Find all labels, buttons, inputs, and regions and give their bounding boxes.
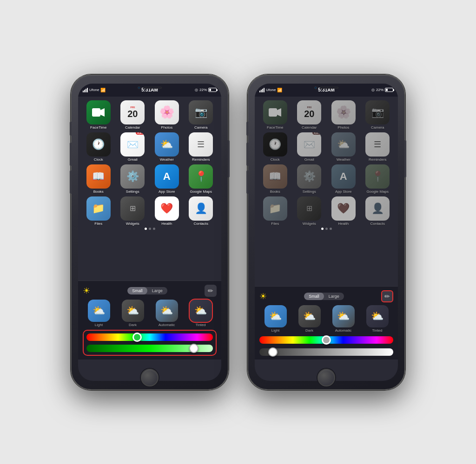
brightness-thumb-right[interactable] xyxy=(268,347,278,357)
app-reminders-r[interactable]: ☰ Reminders xyxy=(362,132,394,162)
app-more1[interactable]: ⊞ Widgets xyxy=(117,196,149,226)
brightness-thumb-left[interactable] xyxy=(189,344,198,353)
home-button-right[interactable] xyxy=(317,369,335,386)
eyedropper-btn-left[interactable]: ✏ xyxy=(205,285,217,297)
size-small-btn-right[interactable]: Small xyxy=(304,293,324,300)
clock-label-r: Clock xyxy=(271,157,280,162)
app-files[interactable]: 📁 Files xyxy=(83,196,114,226)
app-contacts-r[interactable]: 👤 Contacts xyxy=(362,196,394,226)
appstore-label: App Store xyxy=(159,190,175,194)
top-bar-right xyxy=(314,86,338,89)
app-weather-r[interactable]: ⛅ Weather xyxy=(328,132,359,162)
size-large-btn-right[interactable]: Large xyxy=(324,293,344,300)
app-clock[interactable]: 🕐 Clock xyxy=(83,132,114,162)
volume-down-button-right[interactable] xyxy=(246,170,248,194)
app-appstore-r[interactable]: A App Store xyxy=(328,164,359,194)
app-calendar[interactable]: FRI 20 Calendar xyxy=(117,100,149,130)
style-dark-icon-left: ⛅ xyxy=(122,300,144,322)
app-health-r[interactable]: ❤️ Health xyxy=(328,196,359,226)
photos-label-r: Photos xyxy=(337,125,349,130)
weather-icon: ⛅ xyxy=(155,132,179,157)
left-phone: Ufone 📶 5:31AM ◎ 22% xyxy=(71,74,229,390)
style-auto-left[interactable]: ⛅ Automatic xyxy=(151,300,183,327)
app-facetime[interactable]: FaceTime xyxy=(83,100,114,130)
app-maps-r[interactable]: 📍 Google Maps xyxy=(362,164,394,194)
style-tinted-left[interactable]: ⛅ Tinted xyxy=(185,300,217,327)
size-toggle-left[interactable]: Small Large xyxy=(127,287,167,294)
app-settings-r[interactable]: ⚙️ Settings xyxy=(294,164,325,194)
app-photos-r[interactable]: 🌸 Photos xyxy=(328,100,359,130)
hue-track-left[interactable] xyxy=(86,333,213,341)
home-button-left[interactable] xyxy=(141,369,159,386)
app-photos[interactable]: 🌸 Photos xyxy=(151,100,183,130)
style-light-left[interactable]: ⛅ Light xyxy=(83,300,115,327)
reminders-label-r: Reminders xyxy=(369,157,387,162)
style-auto-right[interactable]: ⛅ Automatic xyxy=(327,305,359,333)
app-contacts[interactable]: 👤 Contacts xyxy=(185,196,217,226)
app-files-r[interactable]: 📁 Files xyxy=(259,196,291,226)
app-appstore[interactable]: A App Store xyxy=(151,164,183,194)
speaker-right xyxy=(320,87,338,89)
size-small-btn-left[interactable]: Small xyxy=(127,287,147,294)
app-clock-r[interactable]: 🕐 Clock xyxy=(259,132,291,162)
settings-label-r: Settings xyxy=(303,190,316,194)
gmail-icon: ✉️ 3,272 xyxy=(120,132,145,157)
size-large-btn-left[interactable]: Large xyxy=(147,287,167,294)
app-settings[interactable]: ⚙️ Settings xyxy=(117,164,149,194)
volume-up-button-right[interactable] xyxy=(246,143,248,166)
app-reminders[interactable]: ☰ Reminders xyxy=(185,132,217,162)
page-dot-3-r xyxy=(330,228,332,230)
brightness-track-right[interactable] xyxy=(259,348,393,356)
settings-icon-r: ⚙️ xyxy=(297,164,321,189)
app-facetime-r[interactable]: FaceTime xyxy=(259,100,291,130)
volume-down-button[interactable] xyxy=(70,170,72,194)
hue-thumb-left[interactable] xyxy=(132,333,142,342)
style-dark-right[interactable]: ⛅ Dark xyxy=(293,305,325,333)
eyedropper-btn-right[interactable]: ✏ xyxy=(381,290,393,302)
style-tinted-right[interactable]: ⛅ Tinted xyxy=(361,305,393,333)
app-gmail[interactable]: ✉️ 3,272 Gmail xyxy=(117,132,149,162)
app-camera[interactable]: 📷 Camera xyxy=(185,100,217,130)
style-dark-left[interactable]: ⛅ Dark xyxy=(117,300,149,327)
app-calendar-r[interactable]: FRI 20 Calendar xyxy=(294,100,325,130)
hue-track-right[interactable] xyxy=(259,336,393,344)
photos-label: Photos xyxy=(161,125,172,130)
right-phone: Ufone 📶 5:31AM ◎ 22% xyxy=(247,74,405,390)
files-label: Files xyxy=(94,222,102,226)
app-more1-r[interactable]: ⊞ Widgets xyxy=(294,196,325,226)
settings-icon: ⚙️ xyxy=(120,164,145,189)
brightness-track-left[interactable] xyxy=(86,345,213,352)
camera-icon: 📷 xyxy=(189,100,213,124)
style-light-right[interactable]: ⛅ Light xyxy=(259,305,291,333)
hue-thumb-right[interactable] xyxy=(322,335,331,345)
sun-icon-right: ☀ xyxy=(259,291,267,301)
app-health[interactable]: ❤️ Health xyxy=(151,196,183,226)
power-button[interactable] xyxy=(228,140,230,177)
reminders-icon: ☰ xyxy=(189,132,213,157)
size-toggle-right[interactable]: Small Large xyxy=(304,293,344,300)
style-tinted-icon-right: ⛅ xyxy=(366,305,389,327)
settings-label: Settings xyxy=(126,190,139,194)
volume-up-button[interactable] xyxy=(70,143,72,166)
app-camera-r[interactable]: 📷 Camera xyxy=(362,100,394,130)
files-label-r: Files xyxy=(271,222,279,226)
power-button-right[interactable] xyxy=(404,140,406,177)
gmail-badge: 3,272 xyxy=(136,132,145,135)
app-gmail-r[interactable]: ✉️ 3,272 Gmail xyxy=(294,132,325,162)
app-books[interactable]: 📖 Books xyxy=(83,164,114,194)
status-bar-left: Ufone 📶 5:31AM ◎ 22% xyxy=(78,84,221,97)
app-grid-area-left: FaceTime FRI 20 Calendar 🌸 Photos xyxy=(78,97,221,235)
app-books-r[interactable]: 📖 Books xyxy=(259,164,291,194)
facetime-label-r: FaceTime xyxy=(267,125,283,130)
health-label: Health xyxy=(161,222,172,226)
color-sliders-left xyxy=(83,330,217,356)
status-right: ◎ 22% xyxy=(195,88,217,92)
hue-slider-row-left xyxy=(86,333,213,341)
mute-button-right[interactable] xyxy=(246,122,248,136)
app-grid-right: FaceTime FRI 20 Calendar 🌸 Photos xyxy=(258,100,395,226)
sun-icon-left: ☀ xyxy=(83,286,90,296)
app-weather[interactable]: ⛅ Weather xyxy=(151,132,183,162)
svg-rect-2 xyxy=(269,108,277,117)
mute-button[interactable] xyxy=(70,122,72,136)
app-maps[interactable]: 📍 Google Maps xyxy=(185,164,217,194)
